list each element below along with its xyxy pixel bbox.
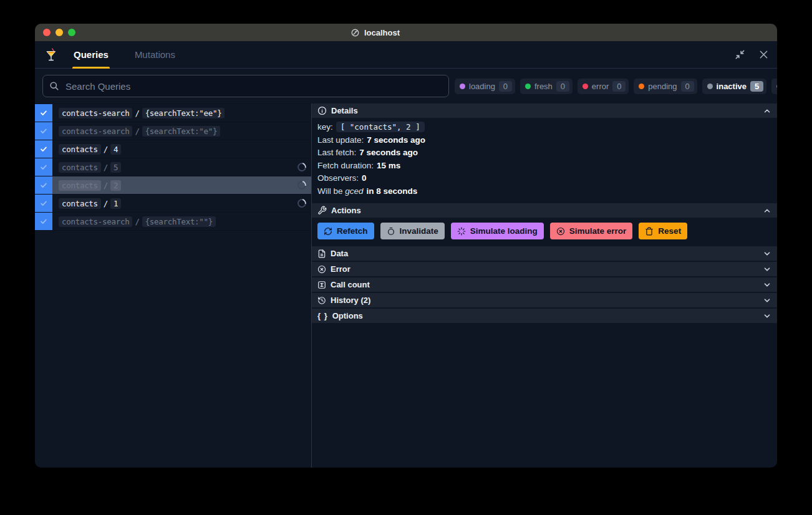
query-checkbox[interactable] (35, 176, 52, 194)
minimize-window-button[interactable] (56, 29, 63, 36)
query-checkbox[interactable] (35, 104, 52, 122)
status-badge-pending[interactable]: pending0 (634, 79, 697, 94)
history-icon (317, 296, 326, 305)
query-key-segment: contacts-search (59, 126, 132, 137)
query-row[interactable]: contacts/1 (35, 195, 311, 213)
status-badge-label: inactive (717, 82, 747, 91)
query-key-separator: / (101, 163, 110, 172)
info-icon (317, 106, 327, 115)
query-key-segment: {searchText:"e"} (142, 126, 221, 137)
query-key-segment: 5 (110, 162, 121, 173)
section-details-header[interactable]: Details (312, 103, 777, 118)
query-key: contacts/1 (52, 195, 311, 212)
detail-label: key: (317, 122, 333, 132)
query-checkbox[interactable] (35, 158, 52, 176)
section-details-title: Details (331, 106, 358, 115)
section-data-header[interactable]: Data (312, 246, 777, 261)
query-key: contacts-search/{searchText:"e"} (52, 122, 311, 140)
section-callcount-header[interactable]: Call count (312, 277, 777, 292)
chevron-down-icon (763, 281, 771, 289)
window-title-group: localhost (350, 24, 400, 41)
section-actions-title: Actions (331, 206, 361, 215)
tanstack-query-logo-icon (45, 47, 59, 62)
search-input[interactable] (42, 75, 449, 97)
fetching-spinner-icon (296, 161, 307, 173)
query-key: contacts-search/{searchText:""} (52, 213, 311, 230)
detail-label: Fetch duration: (317, 161, 374, 170)
close-window-button[interactable] (43, 29, 51, 36)
circle-x-icon (317, 265, 326, 274)
details-body: key:[ "contacts", 2 ]Last update:7 secon… (312, 118, 777, 203)
chevron-up-icon (763, 107, 771, 115)
fetching-spinner-icon (296, 179, 307, 191)
refresh-icon (324, 227, 332, 236)
query-row[interactable]: contacts/5 (35, 158, 311, 176)
query-row[interactable]: contacts-search/{searchText:""} (35, 213, 311, 231)
query-key: contacts/2 (52, 176, 311, 194)
query-key-segment: {searchText:"ee"} (142, 108, 225, 118)
query-key-segment: contacts (59, 162, 101, 173)
error-dot-icon (582, 84, 588, 89)
query-checkbox[interactable] (35, 195, 52, 212)
query-row[interactable]: contacts/4 (35, 140, 311, 158)
status-badge-fresh[interactable]: fresh0 (520, 79, 573, 94)
status-badge-label: fresh (534, 82, 553, 91)
refetch-button[interactable]: Refetch (317, 223, 374, 239)
status-badge-count: 0 (556, 81, 569, 92)
status-badge-stale[interactable]: stale7 (771, 79, 777, 94)
reset-button[interactable]: Reset (639, 223, 687, 239)
status-badge-loading[interactable]: loading0 (455, 79, 515, 94)
section-error-header[interactable]: Error (312, 262, 777, 276)
window-title: localhost (364, 28, 400, 37)
tab-mutations[interactable]: Mutations (135, 41, 175, 69)
status-badge-label: loading (469, 82, 495, 91)
action-button-label: Refetch (337, 226, 368, 236)
query-key-value: [ "contacts", 2 ] (336, 122, 425, 132)
section-title: Call count (331, 280, 370, 289)
tab-queries-label: Queries (74, 49, 109, 60)
status-badge-error[interactable]: error0 (578, 79, 629, 94)
query-row[interactable]: contacts-search/{searchText:"e"} (35, 122, 311, 140)
active-tab-underline (72, 67, 110, 69)
simulate-loading-button[interactable]: Simulate loading (451, 223, 544, 239)
action-button-label: Simulate loading (470, 226, 538, 236)
circle-x-icon (556, 227, 565, 236)
detail-label: Observers: (317, 173, 359, 183)
query-row[interactable]: contacts/2 (35, 176, 311, 195)
simulate-error-button[interactable]: Simulate error (550, 223, 633, 239)
query-checkbox[interactable] (35, 140, 52, 158)
details-panel: Details key:[ "contacts", 2 ]Last update… (311, 103, 777, 468)
zoom-window-button[interactable] (68, 29, 75, 36)
query-key-separator: / (132, 108, 142, 118)
close-devtools-button[interactable] (759, 50, 768, 59)
status-badge-count: 0 (499, 81, 512, 92)
status-badge-inactive[interactable]: inactive5 (702, 79, 766, 94)
section-title: Error (331, 264, 350, 274)
invalidate-button[interactable]: Invalidate (380, 223, 445, 239)
chevron-down-icon (763, 265, 771, 274)
detail-label: Last fetch: (317, 148, 356, 157)
section-options-header[interactable]: { }Options (312, 309, 777, 323)
query-row[interactable]: contacts-search/{searchText:"ee"} (35, 104, 311, 122)
query-key-segment: contacts (59, 144, 101, 155)
fresh-dot-icon (525, 84, 531, 89)
detail-row: Fetch duration:15 ms (317, 160, 771, 173)
detail-row: Last update:7 seconds ago (317, 134, 771, 147)
traffic-lights (43, 29, 75, 36)
query-checkbox[interactable] (35, 122, 52, 140)
tab-queries[interactable]: Queries (74, 41, 109, 69)
action-button-label: Simulate error (569, 226, 627, 236)
collapse-devtools-button[interactable] (735, 49, 745, 60)
section-history-header[interactable]: History (2) (312, 293, 777, 307)
section-actions-header[interactable]: Actions (312, 203, 777, 218)
loading-burst-icon (457, 227, 466, 236)
detail-value: 7 seconds ago (367, 135, 425, 145)
query-checkbox[interactable] (35, 213, 52, 230)
section-title: Options (332, 311, 363, 320)
section-title: Data (331, 249, 348, 258)
collapsed-sections: DataErrorCall countHistory (2){ }Options (312, 245, 777, 323)
query-list: contacts-search/{searchText:"ee"}contact… (35, 103, 311, 468)
sigma-icon (317, 281, 326, 289)
fetching-spinner-icon (296, 197, 307, 209)
query-key-separator: / (132, 127, 142, 136)
